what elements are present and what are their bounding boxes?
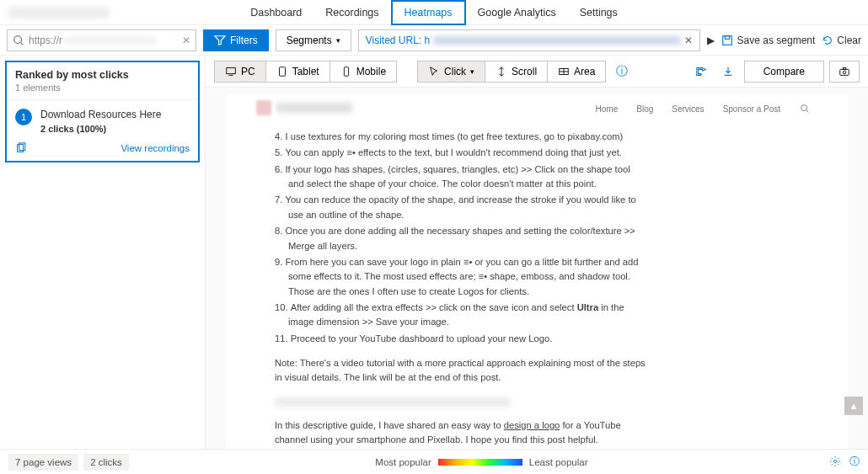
site-menu: Home Blog Services Sponsor a Post xyxy=(596,103,811,116)
clear-url-icon[interactable]: ✕ xyxy=(182,35,190,46)
menu-home[interactable]: Home xyxy=(596,103,619,116)
nav-google-analytics[interactable]: Google Analytics xyxy=(466,2,568,24)
visited-url-field[interactable]: Visited URL: h ✕ xyxy=(358,29,700,51)
svg-rect-9 xyxy=(344,67,348,76)
screenshot-button[interactable] xyxy=(829,61,860,83)
ranked-subtitle: 1 elements xyxy=(15,83,190,93)
ranked-item-stat: 2 clicks (100%) xyxy=(40,124,161,134)
svg-line-17 xyxy=(806,110,809,113)
svg-rect-6 xyxy=(227,67,236,73)
list-item: Proceed to your YouTube dashboard to upl… xyxy=(275,332,646,346)
rank-badge: 1 xyxy=(15,109,32,125)
svg-rect-8 xyxy=(279,67,285,76)
filter-icon xyxy=(214,35,226,46)
scroll-icon xyxy=(496,66,507,77)
camera-icon xyxy=(839,66,850,77)
svg-point-0 xyxy=(14,35,22,43)
nav-settings[interactable]: Settings xyxy=(568,2,630,24)
scroll-top-button[interactable]: ▲ xyxy=(844,397,863,415)
ranked-clicks-panel: Ranked by most clicks 1 elements 1 Downl… xyxy=(5,61,200,162)
sidebar: Ranked by most clicks 1 elements 1 Downl… xyxy=(0,56,206,449)
device-group: PC Tablet Mobile xyxy=(214,61,397,83)
ranked-title: Ranked by most clicks xyxy=(15,69,190,81)
heat-spectrum xyxy=(438,459,522,466)
pageviews-badge: 7 page views xyxy=(8,454,78,471)
svg-point-18 xyxy=(833,460,837,463)
url-input[interactable]: https://r ✕ xyxy=(7,29,196,51)
steps-list: I use textures for my coloring most time… xyxy=(275,130,646,346)
list-item: Once you are done adding all the necessa… xyxy=(275,224,646,253)
svg-rect-15 xyxy=(843,67,846,69)
compare-button[interactable]: Compare xyxy=(744,61,824,83)
info-icon[interactable]: ⓘ xyxy=(616,64,628,79)
download-icon[interactable] xyxy=(717,62,739,81)
cursor-icon xyxy=(428,66,440,77)
nav-dashboard[interactable]: Dashboard xyxy=(238,2,313,24)
footer-bar: 7 page views 2 clicks Most popular Least… xyxy=(0,449,868,474)
refresh-icon xyxy=(822,35,833,46)
menu-sponsor[interactable]: Sponsor a Post xyxy=(723,103,780,116)
save-as-segment-button[interactable]: Save as segment xyxy=(721,35,816,46)
filters-button[interactable]: Filters xyxy=(203,29,269,51)
svg-point-14 xyxy=(843,71,846,74)
info-icon[interactable]: ⓘ xyxy=(849,455,860,468)
heatmap-toolbar: PC Tablet Mobile Click▾ Scroll Area ⓘ Co… xyxy=(206,56,868,88)
chevron-down-icon: ▾ xyxy=(336,36,340,45)
svg-rect-3 xyxy=(725,35,729,39)
svg-rect-13 xyxy=(840,69,849,75)
list-item: If your logo has shapes, (circles, squar… xyxy=(275,162,646,192)
list-item: From here you can save your logo in plai… xyxy=(275,255,646,299)
chevron-down-icon: ▾ xyxy=(470,67,474,76)
clear-button[interactable]: Clear xyxy=(822,35,861,46)
list-item: You can apply ≡• effects to the text, bu… xyxy=(275,146,646,160)
top-nav: Dashboard Recordings Heatmaps Google Ana… xyxy=(0,0,868,25)
device-mobile-button[interactable]: Mobile xyxy=(330,61,397,83)
clicks-badge: 2 clicks xyxy=(83,454,129,471)
url-value: https://r xyxy=(29,35,62,46)
note-text: Note: There's a video tutorial with a mo… xyxy=(275,356,646,386)
url-blur xyxy=(64,37,157,44)
design-logo-link[interactable]: design a logo xyxy=(504,420,560,430)
visited-url-blur xyxy=(433,36,680,45)
search-icon[interactable] xyxy=(799,103,811,116)
ranked-item-label: Download Resources Here xyxy=(40,109,161,120)
save-icon xyxy=(721,35,733,46)
site-brand xyxy=(256,100,352,115)
mode-area-button[interactable]: Area xyxy=(547,61,606,83)
svg-rect-2 xyxy=(722,35,731,45)
nav-heatmaps[interactable]: Heatmaps xyxy=(391,0,466,25)
desc-text: In this descriptive guide, I have shared… xyxy=(275,418,646,448)
area-icon xyxy=(558,66,570,77)
mode-scroll-button[interactable]: Scroll xyxy=(485,61,547,83)
view-recordings-link[interactable]: View recordings xyxy=(121,143,190,153)
ranked-item[interactable]: 1 Download Resources Here 2 clicks (100%… xyxy=(7,100,198,142)
clear-visited-url-icon[interactable]: ✕ xyxy=(684,35,693,46)
session-title-blur xyxy=(8,7,110,19)
svg-line-1 xyxy=(21,42,24,45)
heat-legend: Most popular Least popular xyxy=(375,457,587,467)
blurred-heading xyxy=(275,397,511,407)
share-icon[interactable] xyxy=(690,62,712,81)
menu-services[interactable]: Services xyxy=(672,103,704,116)
device-pc-button[interactable]: PC xyxy=(214,61,265,83)
content-area: PC Tablet Mobile Click▾ Scroll Area ⓘ Co… xyxy=(206,56,868,449)
list-item: I use textures for my coloring most time… xyxy=(275,130,646,144)
mobile-icon xyxy=(340,66,352,77)
monitor-icon xyxy=(225,66,237,77)
list-item: You can reduce the opacity of the shape,… xyxy=(275,193,646,222)
mode-group: Click▾ Scroll Area xyxy=(417,61,606,83)
nav-recordings[interactable]: Recordings xyxy=(313,2,390,24)
article-body: I use textures for my coloring most time… xyxy=(275,130,646,449)
menu-blog[interactable]: Blog xyxy=(636,103,653,116)
play-icon[interactable]: ▶ xyxy=(707,35,715,46)
list-item: After adding all the extra effects >> cl… xyxy=(275,301,646,330)
page-preview: Home Blog Services Sponsor a Post I use … xyxy=(206,88,868,449)
gear-icon[interactable] xyxy=(829,455,841,468)
tablet-icon xyxy=(276,66,288,77)
mode-click-button[interactable]: Click▾ xyxy=(417,61,485,83)
segments-button[interactable]: Segments▾ xyxy=(276,29,351,51)
copy-icon[interactable] xyxy=(15,142,27,154)
device-tablet-button[interactable]: Tablet xyxy=(265,61,330,83)
filter-bar: https://r ✕ Filters Segments▾ Visited UR… xyxy=(0,25,868,56)
svg-point-16 xyxy=(801,105,807,111)
